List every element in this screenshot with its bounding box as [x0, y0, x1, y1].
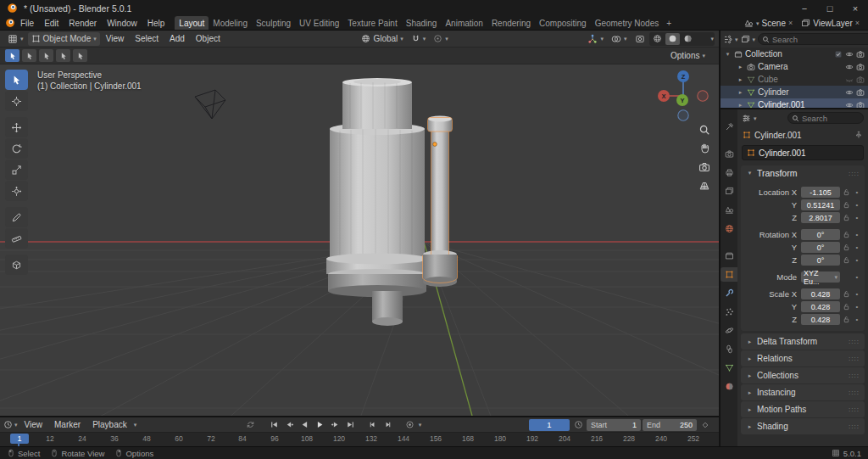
timeline-ruler[interactable]: 1 12 24 36 48 60 72 84 96 108 120 132 14…	[0, 433, 719, 446]
chevron-down-icon[interactable]: ▾	[735, 36, 738, 42]
outliner-row-cylinder-001[interactable]: ▸ Cylinder.001	[721, 98, 868, 108]
camera-view-icon[interactable]	[698, 161, 710, 173]
animate-dot-icon[interactable]: •	[853, 201, 861, 209]
section-motion-paths[interactable]: ▸ Motion Paths ::::	[741, 401, 865, 417]
lock-icon[interactable]	[840, 303, 853, 311]
disable-render-icon[interactable]	[856, 88, 865, 97]
frame-start-field[interactable]: Start 1	[587, 419, 641, 431]
menu-render[interactable]: Render	[64, 19, 102, 28]
shading-wireframe-button[interactable]	[650, 33, 665, 45]
animate-dot-icon[interactable]: •	[853, 316, 861, 323]
menu-file[interactable]: File	[15, 19, 39, 28]
hide-eye-icon[interactable]	[845, 88, 854, 97]
auto-keying-button[interactable]	[403, 418, 417, 431]
expand-icon[interactable]: ▸	[737, 64, 744, 70]
panel-grip-icon[interactable]: ::::	[849, 355, 860, 362]
jump-to-end-button[interactable]	[344, 418, 358, 431]
outliner-row-collection[interactable]: ▾ Collection	[721, 48, 868, 60]
properties-tab-constraints[interactable]	[721, 342, 737, 356]
object-name-field[interactable]: Cylinder.001	[742, 145, 864, 160]
menu-help[interactable]: Help	[142, 19, 170, 28]
properties-tab-material[interactable]	[721, 379, 737, 394]
tool-transform[interactable]	[5, 181, 28, 201]
animate-dot-icon[interactable]: •	[853, 243, 861, 251]
mode-dropdown[interactable]: Object Mode ▾	[28, 32, 100, 46]
camera-object[interactable]	[195, 90, 225, 119]
toggle-perspective-icon[interactable]	[698, 180, 710, 192]
tool-select-box[interactable]	[5, 70, 28, 90]
rotation-mode-dropdown[interactable]: XYZ Eu... ▾	[801, 271, 840, 283]
lock-icon[interactable]	[840, 290, 853, 298]
disable-render-icon[interactable]	[856, 76, 865, 84]
pan-hand-icon[interactable]	[698, 143, 710, 154]
workspace-tab-sculpting[interactable]: Sculpting	[252, 16, 295, 30]
rotation-y-field[interactable]: 0°	[801, 242, 840, 253]
gizmo-x-negative[interactable]	[698, 91, 708, 101]
viewport-menu-view[interactable]: View	[101, 34, 130, 43]
breadcrumb-object-name[interactable]: Cylinder.001	[754, 131, 802, 140]
outliner-row-camera[interactable]: ▸ Camera	[721, 60, 868, 73]
play-reverse-button[interactable]	[298, 418, 312, 431]
properties-tab-object[interactable]	[721, 267, 737, 282]
section-delta-transform[interactable]: ▸ Delta Transform ::::	[741, 333, 865, 350]
properties-tab-output[interactable]	[721, 165, 737, 180]
timeline-menu-view[interactable]: View	[19, 420, 48, 429]
properties-tab-particles[interactable]	[721, 305, 737, 319]
select-mode-invert-button[interactable]	[56, 49, 70, 62]
animate-dot-icon[interactable]: •	[853, 231, 861, 238]
next-keyframe-button[interactable]	[329, 418, 342, 431]
lock-icon[interactable]	[840, 214, 853, 221]
select-mode-subtract-button[interactable]	[39, 49, 53, 62]
lock-icon[interactable]	[840, 201, 853, 209]
zoom-icon[interactable]	[698, 124, 710, 136]
workspace-tab-texture-paint[interactable]: Texture Paint	[343, 16, 401, 30]
play-button[interactable]	[314, 418, 327, 431]
properties-search-input[interactable]	[802, 114, 860, 123]
tool-scale[interactable]	[5, 160, 28, 180]
shading-material-button[interactable]	[681, 33, 695, 45]
workspace-tab-uv-editing[interactable]: UV Editing	[295, 16, 343, 30]
rotation-z-field[interactable]: 0°	[801, 255, 840, 266]
animate-dot-icon[interactable]: •	[853, 214, 861, 221]
keying-set-button[interactable]	[698, 418, 712, 431]
model-tube-cylinder[interactable]	[423, 116, 458, 288]
properties-tab-tool[interactable]	[721, 120, 737, 134]
panel-grip-icon[interactable]: ::::	[849, 170, 860, 177]
workspace-tab-animation[interactable]: Animation	[441, 16, 487, 30]
location-z-field[interactable]: 2.8017	[801, 212, 840, 223]
chevron-down-icon[interactable]: ▾	[14, 422, 18, 428]
frame-end-field[interactable]: End 250	[643, 419, 697, 431]
hidden-eye-icon[interactable]	[845, 76, 854, 84]
workspace-tab-geometry-nodes[interactable]: Geometry Nodes	[591, 16, 664, 30]
lock-icon[interactable]	[840, 188, 853, 196]
shading-rendered-button[interactable]	[696, 33, 710, 45]
workspace-tab-rendering[interactable]: Rendering	[487, 16, 535, 30]
expand-icon[interactable]: ▸	[737, 89, 744, 96]
panel-grip-icon[interactable]: ::::	[849, 389, 860, 396]
transform-panel-header[interactable]: ▾ Transform ::::	[741, 165, 865, 181]
tool-annotate[interactable]	[5, 207, 28, 227]
scene-unlink-icon[interactable]: ×	[788, 19, 793, 27]
outliner-editor-icon[interactable]	[723, 35, 732, 44]
scale-x-field[interactable]: 0.428	[801, 288, 840, 299]
properties-tab-physics[interactable]	[721, 323, 737, 338]
animate-dot-icon[interactable]: •	[853, 273, 861, 281]
lock-icon[interactable]	[840, 316, 853, 323]
outliner-row-cylinder[interactable]: ▸ Cylinder	[721, 86, 868, 98]
view-layer-selector[interactable]: ViewLayer ×	[801, 19, 860, 28]
previous-frame-button[interactable]	[366, 418, 380, 431]
scale-y-field[interactable]: 0.428	[801, 301, 840, 312]
xray-toggle[interactable]	[632, 32, 648, 46]
animate-dot-icon[interactable]: •	[853, 256, 861, 264]
disable-render-icon[interactable]	[856, 63, 865, 71]
disable-render-icon[interactable]	[856, 50, 865, 59]
tool-move[interactable]	[5, 117, 28, 137]
tool-measure[interactable]	[5, 228, 28, 249]
section-shading[interactable]: ▸ Shading ::::	[741, 418, 865, 434]
animate-dot-icon[interactable]: •	[853, 290, 861, 298]
properties-tab-object-data[interactable]	[721, 361, 737, 375]
playhead[interactable]: 1	[10, 434, 29, 444]
viewport-canvas[interactable]: Z X Y	[0, 64, 719, 416]
lock-icon[interactable]	[840, 231, 853, 238]
properties-tab-scene[interactable]	[721, 203, 737, 217]
